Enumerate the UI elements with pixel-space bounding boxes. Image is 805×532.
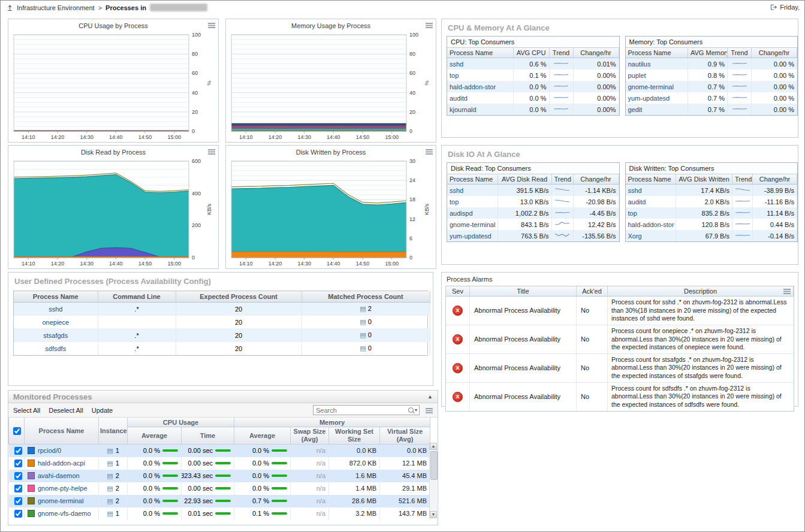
column-header[interactable]: AVG Disk Read [498,174,551,185]
severity-fatal-icon[interactable]: X [453,306,463,316]
process-name-link[interactable]: Xorg [626,230,676,241]
process-name-link[interactable]: yum-updatesd [447,230,498,241]
instances-popup-icon[interactable]: ▤ [107,447,113,455]
scroll-thumb[interactable] [430,451,438,480]
process-name-link[interactable]: hald-addon-acpi [38,460,85,467]
matched-count-popup-icon[interactable]: ▤ [360,305,366,312]
column-header[interactable]: Description [608,286,794,296]
process-name-link[interactable]: yum-updatesd [626,92,688,104]
process-name-link[interactable]: gnome-terminal [626,81,688,92]
column-header[interactable]: Trend [549,48,573,58]
column-header[interactable]: Title [470,286,577,296]
severity-fatal-icon[interactable]: X [453,363,463,373]
chart-customizer-icon[interactable] [208,22,215,28]
column-header-cpu-time[interactable]: Time [182,427,234,445]
column-header[interactable]: Change/hr [573,174,619,185]
column-header[interactable]: Trend [728,48,752,58]
column-header-cpu-average[interactable]: Average [128,427,182,445]
process-name-link[interactable]: hald-addon-stor [626,219,676,230]
table-customizer-icon[interactable] [783,288,791,294]
process-name-link[interactable]: puplet [626,69,688,81]
column-header[interactable]: Change/hr [752,48,797,58]
column-header[interactable]: Command Line [98,291,176,303]
scroll-up-button[interactable]: ▲ [430,443,437,450]
deselect-all-button[interactable]: Deselect All [49,407,83,414]
column-header-working-set[interactable]: Working Set Size [329,427,380,445]
column-header-virtual-size[interactable]: Virtual Size (Avg) [380,427,430,445]
column-header[interactable]: Process Name [447,174,498,185]
search-input[interactable] [313,407,408,414]
process-name-link[interactable]: auditd [626,196,676,207]
column-header[interactable]: Trend [732,174,753,185]
collapse-panel-icon[interactable]: ▲ [427,394,433,400]
instances-popup-icon[interactable]: ▤ [107,472,113,480]
matched-count-popup-icon[interactable]: ▤ [360,331,366,338]
process-name-link[interactable]: gnome-terminal [38,497,83,504]
matched-count-popup-icon[interactable]: ▤ [360,318,366,325]
process-name-link[interactable]: audispd [447,207,498,219]
select-all-button[interactable]: Select All [13,407,40,414]
column-header-memory-average[interactable]: Average [234,427,291,445]
process-name-link[interactable]: sdfsdfs [14,342,98,355]
instances-popup-icon[interactable]: ▤ [107,497,113,505]
row-checkbox[interactable] [14,460,22,467]
row-checkbox[interactable] [14,497,22,505]
column-header[interactable]: AVG Memory [688,48,728,58]
search-options-arrow-icon[interactable]: ▾ [415,407,417,413]
process-name-link[interactable]: kjournald [447,104,513,115]
column-header[interactable]: Sev [446,286,470,296]
update-button[interactable]: Update [92,407,113,414]
process-name-link[interactable]: sshd [447,58,513,70]
process-name-link[interactable]: top [447,69,513,81]
chart-customizer-icon[interactable] [426,149,433,155]
row-checkbox[interactable] [14,472,22,480]
search-icon[interactable] [408,407,414,413]
instances-popup-icon[interactable]: ▤ [107,485,113,492]
column-header[interactable]: AVG CPU [513,48,549,58]
row-checkbox[interactable] [14,510,22,518]
process-name-link[interactable]: gnome-vfs-daemo [38,510,91,517]
process-name-link[interactable]: sshd [626,185,676,197]
column-header[interactable]: Trend [551,174,573,185]
process-name-link[interactable]: sshd [447,185,498,197]
column-header[interactable]: Process Name [626,174,676,185]
instances-popup-icon[interactable]: ▤ [107,460,113,467]
process-name-link[interactable]: top [626,207,676,219]
process-name-link[interactable]: gedit [626,104,688,115]
column-header-instances[interactable]: Instances [99,418,128,445]
column-header[interactable]: AVG Disk Written [676,174,732,185]
severity-fatal-icon[interactable]: X [453,392,463,402]
process-name-link[interactable]: rpciod/0 [38,447,61,454]
process-name-link[interactable]: auditd [447,92,513,104]
table-customizer-icon[interactable] [426,407,433,413]
process-name-link[interactable]: gnome-terminal [447,219,498,230]
column-header-swap-size[interactable]: Swap Size (Avg) [291,427,329,445]
process-name-link[interactable]: top [447,196,498,207]
instances-popup-icon[interactable]: ▤ [107,510,113,518]
column-header-process-name[interactable]: Process Name [25,418,99,445]
column-header[interactable]: Process Name [447,48,513,58]
column-header[interactable]: Ack'ed [577,286,608,296]
logout-icon[interactable] [770,4,777,11]
chart-customizer-icon[interactable] [426,22,433,28]
row-checkbox[interactable] [14,447,22,455]
process-name-link[interactable]: avahi-daemon [38,472,80,479]
process-name-link[interactable]: stsafgds [14,329,98,342]
process-name-link[interactable]: sshd [14,303,98,316]
column-header[interactable]: Process Name [14,291,98,303]
matched-count-popup-icon[interactable]: ▤ [360,344,366,352]
column-header[interactable]: Change/hr [573,48,619,58]
vertical-scrollbar[interactable]: ▲ ▼ [429,443,437,518]
process-name-link[interactable]: hald-addon-stor [447,81,513,92]
severity-fatal-icon[interactable]: X [453,334,463,344]
select-all-checkbox[interactable] [13,427,21,435]
scroll-down-button[interactable]: ▼ [430,511,437,518]
process-name-link[interactable]: gnome-pty-helpe [38,485,88,492]
column-header[interactable]: Change/hr [753,174,797,185]
column-header[interactable]: Matched Process Count [302,291,430,303]
row-checkbox[interactable] [14,485,22,492]
column-header[interactable]: Process Name [626,48,688,58]
column-header[interactable]: Expected Process Count [176,291,302,303]
chart-customizer-icon[interactable] [208,149,215,155]
breadcrumb-link-environment[interactable]: Infrastructure Environment [17,4,95,11]
